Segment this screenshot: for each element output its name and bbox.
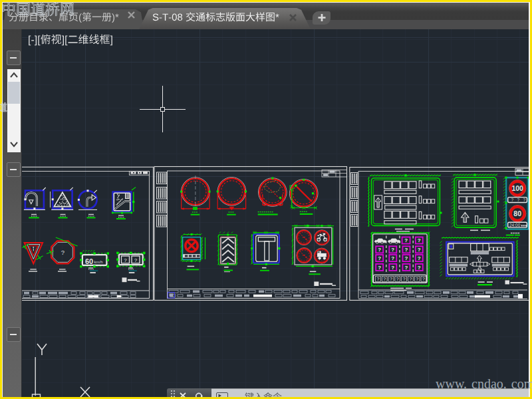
svg-text:?: ? — [134, 257, 138, 263]
svg-text:80: 80 — [513, 209, 521, 217]
svg-text:?: ? — [403, 277, 406, 281]
svg-text:?: ? — [61, 249, 65, 256]
svg-text:?: ? — [405, 247, 408, 253]
svg-text:?: ? — [422, 277, 425, 281]
svg-text:?: ? — [418, 247, 421, 253]
svg-text:?: ? — [409, 277, 412, 281]
svg-text:60: 60 — [85, 257, 93, 265]
svg-text:?: ? — [418, 237, 421, 243]
svg-text:?: ? — [378, 247, 381, 253]
svg-text:?: ? — [405, 265, 408, 271]
svg-text:?: ? — [511, 198, 514, 202]
svg-text:?: ? — [416, 277, 418, 281]
svg-text:?: ? — [517, 198, 520, 202]
svg-text:?: ? — [523, 198, 526, 202]
svg-text:?: ? — [418, 265, 421, 271]
svg-text:?: ? — [390, 277, 392, 281]
svg-text:km/h: km/h — [94, 260, 103, 264]
svg-text:?: ? — [378, 265, 381, 271]
svg-text:?: ? — [391, 247, 394, 253]
svg-text:?: ? — [418, 255, 421, 261]
svg-text:?: ? — [391, 265, 394, 271]
svg-text:?: ? — [376, 277, 379, 281]
svg-text:?: ? — [383, 277, 386, 281]
svg-text:?: ? — [378, 255, 381, 261]
svg-text:?: ? — [124, 257, 127, 263]
svg-text:24:00: 24:00 — [509, 223, 521, 227]
svg-text:?: ? — [391, 255, 394, 261]
svg-text:?: ? — [405, 255, 408, 261]
svg-text:?: ? — [396, 277, 399, 281]
svg-text:?: ? — [404, 237, 408, 243]
svg-text:100: 100 — [511, 184, 523, 192]
